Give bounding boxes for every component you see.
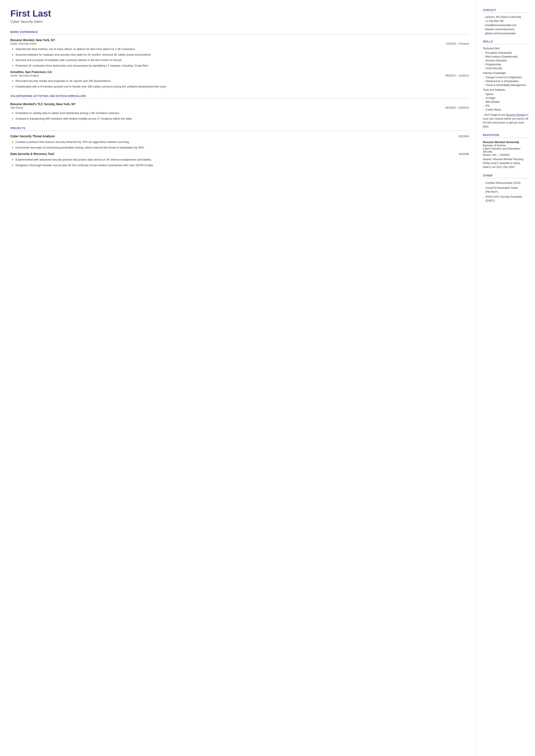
promo-text: · Don't forget to use Resume Worded to s… — [483, 113, 529, 128]
list-item: CompTIA Penetration Tester (PenTest+). — [483, 186, 529, 194]
list-item: Carbon Black — [483, 108, 529, 111]
projects-header: PROJECTS — [10, 127, 469, 131]
list-item: SANS GIAC Security Essentials (GSEC). — [483, 195, 529, 203]
industry-skill-list: Change Control & Configuration Infrastru… — [483, 76, 529, 87]
list-item: Programming — [483, 63, 529, 66]
job-2-role-row: Junior Security Analyst 06/2010 – 12/201… — [10, 74, 469, 77]
job-1-bullets: Selected the best method, out of many ot… — [12, 47, 469, 68]
job-2-role: Junior Security Analyst — [10, 74, 39, 77]
list-item: github.com/resumeworded — [483, 32, 529, 35]
left-column: First Last Cyber Security Intern WORK EX… — [0, 0, 477, 756]
edu-field: Cyber Forensics and Information Security — [483, 147, 529, 153]
list-item: IBM QRadar — [483, 100, 529, 103]
volunteer-1: Resume Worded's TLC Society, New York, N… — [10, 102, 469, 121]
skills-section: SKILLS Technical Skill: Encryption (Adva… — [483, 40, 529, 128]
list-item: IPS — [483, 104, 529, 107]
list-item: Protected 1K computers from destruction … — [12, 64, 469, 68]
volunteer-1-date: 06/2009 – 04/2010 — [446, 106, 469, 109]
project-1-row: Cyber Security Threat Analyzer 05/2009 — [10, 134, 469, 138]
edu-location: Boston, MA — 05/2010 — [483, 154, 529, 156]
job-2: Growthsi, San Francisco, CA Junior Secur… — [10, 70, 469, 89]
list-item: linkedin.com/in/username — [483, 28, 529, 31]
list-item: Splunk — [483, 93, 529, 96]
list-item: ArcSight — [483, 97, 529, 99]
list-item: Created a protocol that reduces security… — [12, 140, 469, 144]
list-item: Collaborated with a 9-member product uni… — [12, 84, 469, 89]
job-1-company: Resume Worded, New York, NY — [10, 38, 469, 42]
job-1-role-row: Cyber Security Intern 01/2015 – Present — [10, 42, 469, 45]
list-item: +1-234-456-789 — [483, 20, 529, 23]
contact-list: Jackson, MS (Open to Remote) +1-234-456-… — [483, 15, 529, 35]
volunteer-1-bullets: Embarked on weekly trips to obtain food … — [12, 111, 469, 121]
volunteering-header: VOLUNTEERING ACTIVITIES AND EXTRACURRICU… — [10, 95, 469, 99]
list-item: email@resumeworded.com — [483, 24, 529, 27]
list-item: Certified Ethical Hacker (CEH). — [483, 181, 529, 185]
education-section: EDUCATION Resume Worded University Bache… — [483, 134, 529, 169]
other-section: OTHER Certified Ethical Hacker (CEH). Co… — [483, 174, 529, 203]
list-item: Embarked on weekly trips to obtain food … — [12, 111, 469, 115]
list-item: Threat & Vulnerability Management — [483, 84, 529, 87]
technical-skill-list: Encryption (Advanced) Risk Analysis (Exp… — [483, 51, 529, 70]
job-1: Resume Worded, New York, NY Cyber Securi… — [10, 38, 469, 68]
list-item: Intrusion Detection — [483, 59, 529, 62]
list-item: Assisted in transporting 945 members wit… — [12, 117, 469, 121]
right-column: CONTACT Jackson, MS (Open to Remote) +1-… — [477, 0, 535, 756]
volunteer-1-role-row: Van Driver 06/2009 – 04/2010 — [10, 106, 469, 109]
other-header: OTHER — [483, 174, 529, 179]
project-1: Cyber Security Threat Analyzer 05/2009 C… — [10, 134, 469, 150]
job-2-date: 06/2010 – 12/2014 — [446, 74, 469, 77]
list-item: Cloud Security — [483, 67, 529, 70]
project-2-row: Data Security & Recovery Tool 04/2009 — [10, 152, 469, 156]
project-2-bullets: Experimented with advanced security poli… — [12, 157, 469, 167]
edu-school: Resume Worded University — [483, 141, 529, 144]
contact-section: CONTACT Jackson, MS (Open to Remote) +1-… — [483, 9, 529, 35]
list-item: Uncovered new ways of conducting penetra… — [12, 146, 469, 150]
list-item: Selected the best method, out of many ot… — [12, 47, 469, 51]
list-item: Recorded security results and proposals … — [12, 79, 469, 83]
candidate-title: Cyber Security Intern — [10, 20, 469, 24]
candidate-name: First Last — [10, 9, 469, 18]
job-2-company: Growthsi, San Francisco, CA — [10, 70, 469, 74]
skills-header: SKILLS — [483, 40, 529, 44]
tools-label: Tools and Software: — [483, 88, 529, 91]
tools-list: Splunk ArcSight IBM QRadar IPS Carbon Bl… — [483, 93, 529, 111]
list-item: Jackson, MS (Open to Remote) — [483, 15, 529, 18]
volunteer-1-company: Resume Worded's TLC Society, New York, N… — [10, 102, 469, 106]
volunteer-1-role: Van Driver — [10, 106, 23, 109]
contact-header: CONTACT — [483, 9, 529, 13]
list-item: Experimented with advanced security poli… — [12, 157, 469, 162]
resume-worded-link[interactable]: Resume Worded — [506, 113, 525, 116]
job-1-date: 01/2015 – Present — [446, 42, 469, 45]
list-item: Secured and surveyed 18 websites with 0 … — [12, 58, 469, 62]
other-list: Certified Ethical Hacker (CEH). CompTIA … — [483, 181, 529, 203]
job-1-role: Cyber Security Intern — [10, 42, 37, 45]
project-1-date: 05/2009 — [459, 135, 469, 138]
list-item: Infrastructure & Virtualization — [483, 80, 529, 83]
project-2-date: 04/2009 — [459, 153, 469, 155]
project-2: Data Security & Recovery Tool 04/2009 Ex… — [10, 152, 469, 167]
job-2-bullets: Recorded security results and proposals … — [12, 79, 469, 89]
industry-knowledge-label: Industry Knowledge: — [483, 71, 529, 74]
technical-skill-label: Technical Skill: — [483, 47, 529, 50]
project-2-title: Data Security & Recovery Tool — [10, 152, 54, 155]
list-item: Encryption (Advanced) — [483, 51, 529, 54]
list-item: Scanned websites for malware and securit… — [12, 53, 469, 57]
list-item: Risk Analysis (Experienced) — [483, 55, 529, 58]
edu-degree: Bachelor of Science — [483, 144, 529, 147]
project-1-title: Cyber Security Threat Analyzer — [10, 134, 55, 138]
list-item: Change Control & Configuration — [483, 76, 529, 79]
project-1-bullets: Created a protocol that reduces security… — [12, 140, 469, 150]
edu-awards: Awards: Resume Worded Teaching Fellow (o… — [483, 157, 529, 169]
work-experience-header: WORK EXPERIENCE — [10, 31, 469, 35]
education-header: EDUCATION — [483, 134, 529, 138]
list-item: Designed a thorough disaster rescue plan… — [12, 163, 469, 167]
